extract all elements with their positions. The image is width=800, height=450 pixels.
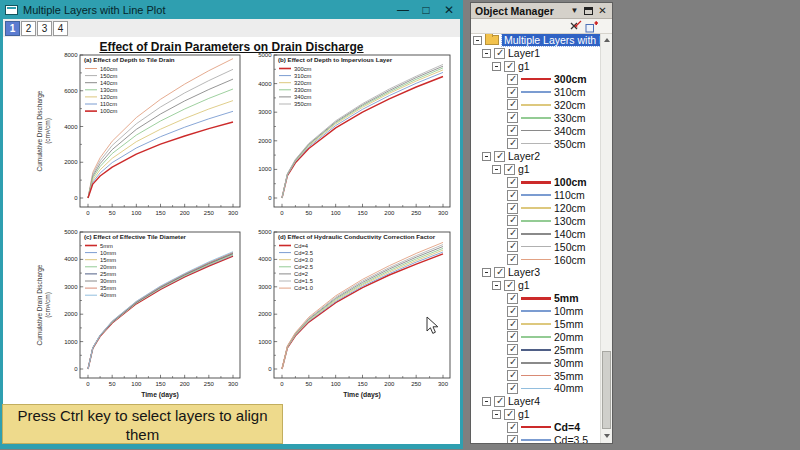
checkbox-checked[interactable] <box>507 190 518 201</box>
collapse-icon[interactable] <box>492 165 501 174</box>
tree-item-cd-4[interactable]: Cd=4 <box>471 421 612 434</box>
tree-item-g1[interactable]: g1 <box>471 60 612 73</box>
checkbox-checked[interactable] <box>507 293 518 304</box>
checkbox-checked[interactable] <box>494 151 505 162</box>
checkbox-checked[interactable] <box>507 344 518 355</box>
layer-tab-4[interactable]: 4 <box>53 21 68 36</box>
tree-item-label: 130cm <box>554 215 586 227</box>
layer-tab-3[interactable]: 3 <box>37 21 52 36</box>
checkbox-checked[interactable] <box>507 228 518 239</box>
tree-item-330cm[interactable]: 330cm <box>471 111 612 124</box>
tree-item-30mm[interactable]: 30mm <box>471 356 612 369</box>
maximize-icon[interactable]: □ <box>417 2 435 18</box>
hide-plots-icon[interactable] <box>569 20 582 33</box>
svg-text:50: 50 <box>109 381 116 387</box>
tree-scrollbar[interactable] <box>600 34 612 443</box>
scroll-down-icon[interactable] <box>601 430 612 442</box>
tree-item-100cm[interactable]: 100cm <box>471 176 612 189</box>
float-panel-icon[interactable] <box>584 7 593 15</box>
checkbox-checked[interactable] <box>507 177 518 188</box>
checkbox-checked[interactable] <box>494 267 505 278</box>
collapse-icon[interactable] <box>482 49 491 58</box>
checkbox-checked[interactable] <box>504 280 515 291</box>
collapse-icon[interactable] <box>492 62 501 71</box>
status-tooltip: Press Ctrl key to select layers to align… <box>2 404 283 444</box>
tree-item-40mm[interactable]: 40mm <box>471 382 612 395</box>
tree-root-label[interactable]: Multiple Layers with Line Plo <box>502 34 612 46</box>
collapse-icon[interactable] <box>473 36 482 45</box>
tree-item-120cm[interactable]: 120cm <box>471 202 612 215</box>
checkbox-checked[interactable] <box>507 319 518 330</box>
close-icon[interactable]: ✕ <box>440 2 458 18</box>
layer-tab-2[interactable]: 2 <box>21 21 36 36</box>
checkbox-checked[interactable] <box>507 215 518 226</box>
tree-item-layer1[interactable]: Layer1 <box>471 47 612 60</box>
collapse-icon[interactable] <box>492 281 501 290</box>
tree-item-340cm[interactable]: 340cm <box>471 124 612 137</box>
tree-item-g1[interactable]: g1 <box>471 279 612 292</box>
scrollbar-thumb[interactable] <box>602 351 611 429</box>
checkbox-checked[interactable] <box>507 125 518 136</box>
collapse-icon[interactable] <box>482 268 491 277</box>
checkbox-checked[interactable] <box>507 422 518 433</box>
minimize-icon[interactable]: — <box>394 2 412 18</box>
tree-item-130cm[interactable]: 130cm <box>471 214 612 227</box>
tree-item-5mm[interactable]: 5mm <box>471 292 612 305</box>
svg-text:340cm: 340cm <box>294 94 312 100</box>
checkbox-checked[interactable] <box>507 435 518 443</box>
tree-item-20mm[interactable]: 20mm <box>471 330 612 343</box>
tree-item-140cm[interactable]: 140cm <box>471 227 612 240</box>
tree-item-multiple-layers-with-line-plo[interactable]: Multiple Layers with Line Plo <box>471 34 612 47</box>
graph-window-titlebar[interactable]: Multiple Layers with Line Plot — □ ✕ <box>0 0 463 19</box>
tree-item-layer4[interactable]: Layer4 <box>471 395 612 408</box>
tree-item-25mm[interactable]: 25mm <box>471 343 612 356</box>
tree-item-15mm[interactable]: 15mm <box>471 318 612 331</box>
svg-text:250: 250 <box>204 381 215 387</box>
tree-item-300cm[interactable]: 300cm <box>471 73 612 86</box>
layer-tab-1[interactable]: 1 <box>5 21 20 36</box>
collapse-icon[interactable] <box>482 397 491 406</box>
tree-item-110cm[interactable]: 110cm <box>471 189 612 202</box>
tree-item-350cm[interactable]: 350cm <box>471 137 612 150</box>
tree-item-150cm[interactable]: 150cm <box>471 240 612 253</box>
svg-text:4000: 4000 <box>258 81 272 87</box>
checkbox-checked[interactable] <box>507 241 518 252</box>
tree-item-label: 25mm <box>554 344 583 356</box>
checkbox-checked[interactable] <box>507 74 518 85</box>
tree-item-g1[interactable]: g1 <box>471 408 612 421</box>
panel-close-icon[interactable]: ✕ <box>597 4 608 18</box>
tree-item-layer3[interactable]: Layer3 <box>471 266 612 279</box>
checkbox-checked[interactable] <box>504 61 515 72</box>
object-manager-titlebar[interactable]: Object Manager ▼ ✕ <box>471 3 612 19</box>
checkbox-checked[interactable] <box>507 203 518 214</box>
chevron-down-icon[interactable]: ▼ <box>569 4 580 18</box>
checkbox-checked[interactable] <box>507 254 518 265</box>
tree-item-layer2[interactable]: Layer2 <box>471 150 612 163</box>
checkbox-checked[interactable] <box>507 99 518 110</box>
scroll-up-icon[interactable] <box>601 34 612 46</box>
tree-item-g1[interactable]: g1 <box>471 163 612 176</box>
checkbox-checked[interactable] <box>507 370 518 381</box>
tree-item-35mm[interactable]: 35mm <box>471 369 612 382</box>
tree-item-10mm[interactable]: 10mm <box>471 305 612 318</box>
checkbox-checked[interactable] <box>504 164 515 175</box>
tree-item-320cm[interactable]: 320cm <box>471 98 612 111</box>
tree-item-160cm[interactable]: 160cm <box>471 253 612 266</box>
tree-item-cd-3-5[interactable]: Cd=3.5 <box>471 434 612 443</box>
checkbox-checked[interactable] <box>494 48 505 59</box>
collapse-icon[interactable] <box>492 410 501 419</box>
checkbox-checked[interactable] <box>494 396 505 407</box>
checkbox-checked[interactable] <box>507 383 518 394</box>
checkbox-checked[interactable] <box>507 138 518 149</box>
checkbox-checked[interactable] <box>507 87 518 98</box>
subplot-d: 010002000300040005000050100150200250300(… <box>258 229 450 399</box>
checkbox-checked[interactable] <box>507 306 518 317</box>
add-plot-icon[interactable] <box>585 20 598 33</box>
checkbox-checked[interactable] <box>507 357 518 368</box>
checkbox-checked[interactable] <box>507 112 518 123</box>
checkbox-checked[interactable] <box>504 409 515 420</box>
checkbox-checked[interactable] <box>507 331 518 342</box>
svg-text:0: 0 <box>74 366 78 372</box>
tree-item-310cm[interactable]: 310cm <box>471 86 612 99</box>
collapse-icon[interactable] <box>482 152 491 161</box>
